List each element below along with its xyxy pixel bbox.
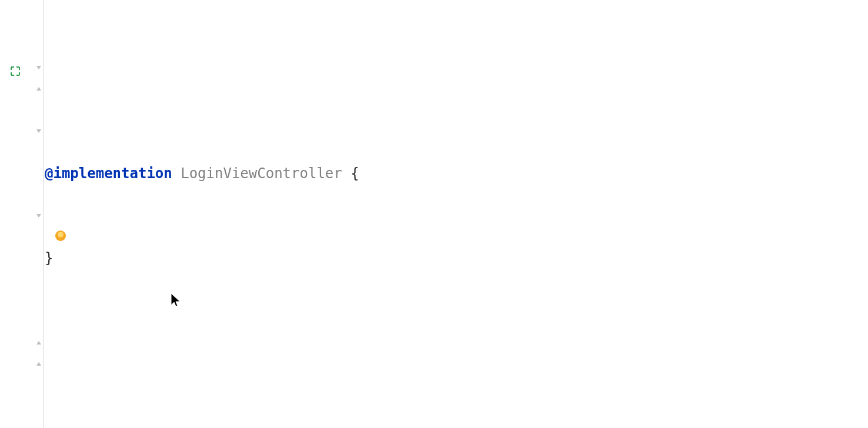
fold-end-icon <box>35 339 42 346</box>
code-area[interactable]: @implementation LoginViewController { } … <box>44 0 868 428</box>
fold-end-marker[interactable] <box>0 332 44 353</box>
fold-toggle-icon[interactable] <box>35 64 42 71</box>
code-editor[interactable]: @implementation LoginViewController { } … <box>0 0 868 428</box>
fold-toggle-icon <box>35 212 42 219</box>
fold-end-icon <box>35 85 42 92</box>
fold-end-marker[interactable] <box>0 78 44 99</box>
gutter <box>0 0 44 428</box>
brace: { <box>350 163 359 184</box>
fold-toggle[interactable] <box>0 121 44 142</box>
code-line <box>45 42 868 99</box>
keyword: @implementation <box>45 163 172 184</box>
fold-end-marker[interactable] <box>0 353 44 374</box>
code-line-empty <box>45 332 868 353</box>
inspection-icon <box>9 62 21 73</box>
fold-end-icon <box>35 360 42 367</box>
code-line-empty <box>45 396 868 417</box>
class-name: LoginViewController <box>172 163 350 184</box>
brace: } <box>45 248 53 269</box>
code-line: } <box>45 248 868 269</box>
code-line: @implementation LoginViewController { <box>45 163 868 184</box>
fold-toggle-icon <box>35 128 42 135</box>
fold-toggle[interactable] <box>0 205 44 226</box>
gutter-inspection[interactable] <box>0 57 44 78</box>
